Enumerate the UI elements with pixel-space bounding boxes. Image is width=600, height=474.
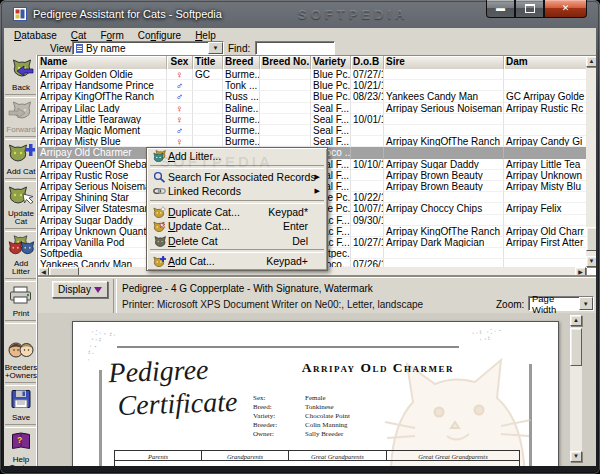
certificate-top-rule (117, 346, 459, 348)
cell-name: Arripay Golden Oldie (38, 69, 167, 80)
minimize-button[interactable]: ▬ (486, 0, 515, 18)
sidebar-item-help-topics[interactable]: ?Help Topics (4, 429, 38, 466)
table-row[interactable]: Arripay Misty Blue♀Burme...Seal F...Arri… (38, 136, 586, 147)
cell-dam (504, 125, 586, 136)
cell-d-o-b: 08/23/1... (351, 91, 384, 102)
sidebar-item-back[interactable]: Back (4, 57, 38, 93)
column-header-d-o-b[interactable]: D.o.B (351, 56, 384, 69)
cell-breed-no (260, 125, 311, 136)
cell-title (193, 136, 223, 147)
title-bar[interactable]: Pedigree Assistant for Cats - Softpedia … (0, 0, 600, 28)
pedigree-column-great-great-grandparents: Great Great Grandparents (387, 451, 519, 461)
cell-sire (384, 80, 504, 91)
maximize-button[interactable] (515, 0, 544, 18)
column-header-sire[interactable]: Sire (384, 56, 504, 69)
table-vscroll-thumb[interactable] (586, 227, 596, 251)
cell-variety: Blue Pc... (311, 80, 351, 91)
cell-d-o-b: 10/22/1... (351, 192, 384, 203)
view-select-arrow-icon[interactable]: ▼ (208, 42, 223, 54)
certificate-field: Variety:Chocolate Point (253, 412, 350, 421)
sidebar-item-label: Forward (4, 126, 38, 134)
zoom-select[interactable]: Page Width ▼ (528, 296, 594, 311)
back-icon (8, 59, 34, 79)
context-menu-item-delete-cat[interactable]: Delete CatDel (148, 234, 326, 249)
sidebar-item-add-litter[interactable]: Add Litter (4, 233, 38, 277)
sidebar-item-print[interactable]: Print (4, 283, 38, 319)
table-row[interactable]: Arripay Little Tearaway♀Burme...Seal F..… (38, 114, 586, 125)
cell-title (193, 103, 223, 114)
menu-item-form[interactable]: Form (93, 30, 130, 41)
certificate-field-label: Sex: (253, 394, 305, 403)
column-header-breed-no[interactable]: Breed No. (260, 56, 311, 69)
context-menu-item-update-cat[interactable]: Update Cat...Enter (148, 219, 326, 234)
preview-scroll-down-icon[interactable]: ▼ (570, 451, 582, 462)
cell-sire (384, 114, 504, 125)
preview-vscroll-thumb[interactable] (570, 328, 582, 366)
menu-item-help[interactable]: Help (188, 30, 223, 41)
cell-sire: Arripay Choccy Chips (384, 203, 504, 214)
cell-name: Arripay Little Tearaway (38, 114, 167, 125)
column-header-dam[interactable]: Dam (504, 56, 586, 69)
sidebar-item-label: Help Topics (4, 456, 38, 466)
context-menu-item-linked-records[interactable]: Linked Records▶ (148, 184, 326, 199)
table-header[interactable]: NameSexTitleBreedBreed No.VarietyD.o.BSi… (38, 56, 586, 70)
preview-scroll-up-icon[interactable]: ▲ (570, 315, 582, 326)
sidebar-separator (5, 178, 36, 182)
table-row[interactable]: Arripay Lilac Lady♀Baline...Seal F...Arr… (38, 103, 586, 114)
context-menu-item-duplicate-cat[interactable]: Duplicate Cat...Keypad* (148, 205, 326, 220)
table-scroll-down-icon[interactable]: ▼ (586, 256, 596, 267)
column-header-variety[interactable]: Variety (311, 56, 351, 69)
certificate-field: Sex:Female (253, 394, 350, 403)
context-menu-item-label: Duplicate Cat... (168, 206, 240, 218)
zoom-select-arrow-icon[interactable]: ▼ (579, 297, 593, 310)
sidebar-separator (5, 424, 36, 428)
context-menu-item-search-for-associated-records[interactable]: Search For Associated Records▶ (148, 170, 326, 185)
cell-sire: Arripay KingOfThe Ranch (384, 226, 504, 237)
menu-item-cat[interactable]: Cat (64, 30, 94, 41)
cell-dam: Arripay Felix (504, 203, 586, 214)
context-menu-item-add-cat[interactable]: Add Cat...Keypad+ (148, 254, 326, 269)
cell-title: GC (193, 69, 223, 80)
cell-variety: Seal F... (311, 114, 351, 125)
sidebar-item-update-cat[interactable]: Update Cat (4, 183, 38, 227)
cell-sex: ♂ (167, 80, 193, 91)
table-scroll-up-icon[interactable]: ▲ (586, 56, 596, 67)
menu-item-configure[interactable]: Configure (131, 30, 188, 41)
certificate-field-label: Owner: (253, 430, 305, 439)
cell-title (193, 91, 223, 102)
update-cat-menu-icon (150, 220, 168, 232)
cell-breed-no (260, 103, 311, 114)
sidebar: BackForwardAdd CatUpdate CatAdd LitterPr… (4, 55, 38, 466)
cell-title (193, 80, 223, 91)
sidebar-item-breeders-owners[interactable]: Breeders +Owners (4, 337, 38, 381)
sidebar-item-save[interactable]: Save (4, 387, 38, 423)
column-header-title[interactable]: Title (193, 56, 223, 69)
display-button[interactable]: Display (52, 281, 108, 298)
column-header-name[interactable]: Name (38, 56, 167, 69)
find-input[interactable] (255, 41, 335, 55)
sidebar-item-add-cat[interactable]: Add Cat (4, 141, 38, 177)
context-menu-item-add-litter[interactable]: Add Litter... (148, 149, 326, 164)
table-row[interactable]: Arripay KingOfThe Ranch♂Russ ...Blue Pc.… (38, 91, 586, 102)
cell-d-o-b (351, 248, 384, 259)
cell-sire (384, 192, 504, 203)
cell-sire (384, 248, 504, 259)
cell-sire: Arripay Brown Beauty (384, 170, 504, 181)
context-menu-separator (150, 200, 324, 204)
table-row[interactable]: Arripay Magic Moment♂Burme...Seal F... (38, 125, 586, 136)
cell-sex: ♂ (167, 91, 193, 102)
column-header-breed[interactable]: Breed (223, 56, 260, 69)
cell-name: Arripay Lilac Lady (38, 103, 167, 114)
close-button[interactable]: ✕ (544, 0, 587, 18)
table-row[interactable]: Arripay Handsome Prince♂Tonk ...Blue Pc.… (38, 80, 586, 91)
cell-variety: Seal F... (311, 103, 351, 114)
menu-item-database[interactable]: Database (7, 30, 64, 41)
cell-breed-no (260, 136, 311, 147)
table-row[interactable]: Arripay Golden Oldie♀GCBurme...Blue Pc..… (38, 69, 586, 80)
column-header-sex[interactable]: Sex (167, 56, 193, 69)
cell-d-o-b: 10/27/1... (351, 237, 384, 248)
cell-dam (504, 248, 586, 259)
context-menu-shortcut: Enter (283, 220, 322, 232)
view-select[interactable]: By name ▼ (72, 41, 224, 55)
cell-d-o-b: 10/10/1... (351, 159, 384, 170)
